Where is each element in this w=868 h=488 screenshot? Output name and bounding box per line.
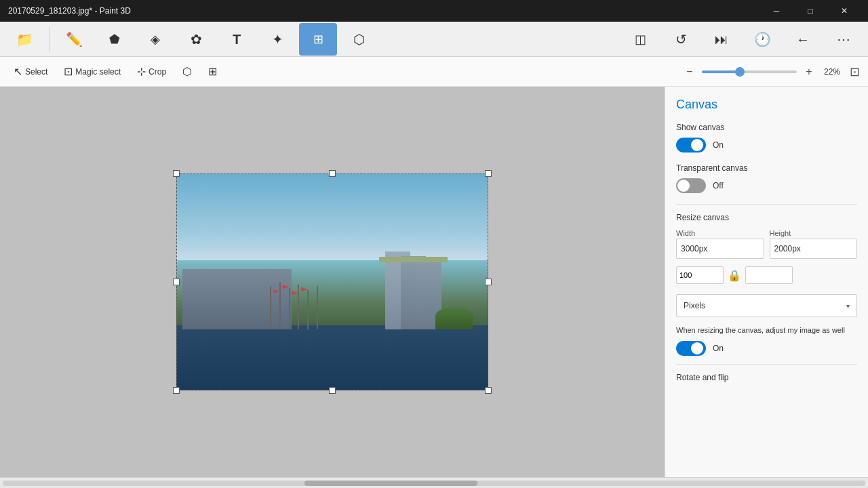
- height-field: Height: [770, 229, 858, 259]
- transparent-canvas-state: Off: [713, 181, 724, 190]
- handle-top-left[interactable]: [173, 170, 180, 177]
- maximize-button[interactable]: □: [795, 0, 826, 22]
- height-input[interactable]: [770, 239, 858, 259]
- handle-top-center[interactable]: [329, 170, 336, 177]
- more-icon: ⋯: [837, 33, 850, 46]
- handle-bottom-left[interactable]: [173, 387, 180, 394]
- back-icon: ←: [796, 33, 810, 46]
- transparent-canvas-toggle-row: Off: [676, 178, 857, 193]
- adjust-image-knob: [691, 342, 703, 354]
- undo-icon: ↺: [675, 33, 687, 46]
- adjust-image-text: When resizing the canvas, adjust my imag…: [676, 325, 857, 336]
- select-icon: ↖: [14, 65, 22, 78]
- width-input[interactable]: [676, 239, 764, 259]
- height-label: Height: [770, 229, 858, 237]
- toolbar-history[interactable]: 🕐: [743, 23, 781, 56]
- select-label: Select: [25, 67, 47, 77]
- minimize-button[interactable]: ─: [761, 0, 792, 22]
- water-bg: [176, 325, 488, 390]
- toolbar-file[interactable]: 📁: [5, 23, 43, 56]
- crop-icon: ⊹: [137, 65, 146, 78]
- right-panel: Canvas Show canvas On Transparent canvas…: [665, 87, 868, 477]
- canvas-icon: ⊞: [313, 33, 323, 45]
- transparent-canvas-section: Transparent canvas Off: [676, 163, 857, 193]
- zoom-out-button[interactable]: −: [682, 64, 698, 80]
- toolbar-stickers[interactable]: ✿: [177, 23, 215, 56]
- 3d-icon: ◈: [151, 33, 160, 45]
- handle-top-right[interactable]: [485, 170, 492, 177]
- main-toolbar: 📁 ✏️ ⬟ ◈ ✿ T ✦ ⊞ ⬡ ◫ ↺ ⏭: [0, 22, 868, 57]
- dimension-row: Width Height: [676, 229, 857, 259]
- bottom-bar: [0, 477, 868, 488]
- toolbar-3dshapes[interactable]: ◈: [136, 23, 174, 56]
- grid-icon: ⊞: [208, 65, 217, 78]
- dropdown-arrow-icon: ▾: [846, 302, 850, 310]
- toolbar-text[interactable]: T: [218, 23, 256, 56]
- resize-canvas-label: Resize canvas: [676, 213, 857, 222]
- zoom-in-button[interactable]: +: [801, 64, 817, 80]
- magic-select-tool[interactable]: ⊡ Magic select: [58, 62, 126, 81]
- toolbar-redo[interactable]: ⏭: [703, 23, 741, 56]
- fit-view-button[interactable]: ⊡: [850, 64, 860, 79]
- toolbar-canvas[interactable]: ⊞: [299, 23, 337, 56]
- width-percent-input[interactable]: [676, 266, 724, 284]
- transparent-canvas-label: Transparent canvas: [676, 163, 857, 173]
- brush-icon: ✏️: [66, 33, 83, 46]
- toolbar-more[interactable]: ⋯: [825, 23, 863, 56]
- zoom-percent: 22%: [824, 67, 840, 77]
- bottom-scrollbar[interactable]: [3, 481, 865, 486]
- handle-bottom-right[interactable]: [485, 387, 492, 394]
- crop-tool[interactable]: ⊹ Crop: [132, 62, 172, 81]
- adjust-image-toggle[interactable]: [676, 341, 706, 356]
- mixed-reality-icon: ◫: [635, 33, 646, 45]
- toolbar-mixed-reality[interactable]: ◫: [621, 23, 659, 56]
- toolbar-effects[interactable]: ✦: [258, 23, 296, 56]
- divider-1: [676, 204, 857, 205]
- zoom-slider[interactable]: [702, 70, 797, 73]
- zoom-controls: − + 22% ⊡: [682, 64, 860, 80]
- title-bar: 20170529_181203.jpg* - Paint 3D ─ □ ✕: [0, 0, 868, 22]
- app-title: 20170529_181203.jpg* - Paint 3D: [8, 6, 131, 16]
- handle-middle-left[interactable]: [173, 279, 180, 285]
- panel-title: Canvas: [676, 98, 857, 112]
- redo-icon: ⏭: [715, 33, 728, 46]
- toolbar-back[interactable]: ←: [784, 23, 822, 56]
- canvas-area[interactable]: [0, 87, 665, 477]
- show-canvas-toggle[interactable]: [676, 138, 706, 152]
- show-canvas-section: Show canvas On: [676, 123, 857, 152]
- adjust-state-label: On: [713, 344, 724, 353]
- file-icon: 📁: [16, 33, 33, 46]
- view-3d-toggle[interactable]: ⬡: [177, 62, 197, 81]
- grid-toggle[interactable]: ⊞: [203, 62, 222, 81]
- toolbar-undo[interactable]: ↺: [662, 23, 700, 56]
- sticker-icon: ✿: [191, 33, 202, 46]
- lock-icon[interactable]: 🔒: [724, 264, 745, 286]
- width-label: Width: [676, 229, 764, 237]
- main-area: Canvas Show canvas On Transparent canvas…: [0, 87, 868, 477]
- select-tool[interactable]: ↖ Select: [8, 62, 53, 81]
- transparent-canvas-toggle[interactable]: [676, 178, 706, 193]
- image-container: [176, 174, 488, 390]
- handle-bottom-center[interactable]: [329, 387, 336, 394]
- show-canvas-toggle-row: On: [676, 138, 857, 152]
- shapes-icon: ⬟: [109, 33, 120, 45]
- toolbar-2dshapes[interactable]: ⬟: [96, 23, 134, 56]
- crop-label: Crop: [149, 67, 166, 77]
- toolbar-paste3d[interactable]: ⬡: [340, 23, 378, 56]
- close-button[interactable]: ✕: [829, 0, 860, 22]
- height-percent-input[interactable]: [745, 266, 793, 284]
- title-bar-left: 20170529_181203.jpg* - Paint 3D: [8, 6, 131, 16]
- adjust-toggle-row: On: [676, 341, 857, 356]
- handle-middle-right[interactable]: [485, 279, 492, 285]
- canvas-image: [176, 174, 488, 390]
- toolbar-sep1: [49, 27, 50, 52]
- resize-canvas-section: Resize canvas Width Height 🔒: [676, 213, 857, 382]
- toolbar-brushes[interactable]: ✏️: [55, 23, 93, 56]
- show-canvas-state: On: [713, 140, 724, 150]
- units-dropdown[interactable]: Pixels ▾: [676, 294, 857, 317]
- title-bar-controls: ─ □ ✕: [761, 0, 860, 22]
- zoom-thumb: [735, 67, 745, 77]
- width-field: Width: [676, 229, 764, 259]
- buildings-layer: [176, 243, 488, 329]
- show-canvas-label: Show canvas: [676, 123, 857, 132]
